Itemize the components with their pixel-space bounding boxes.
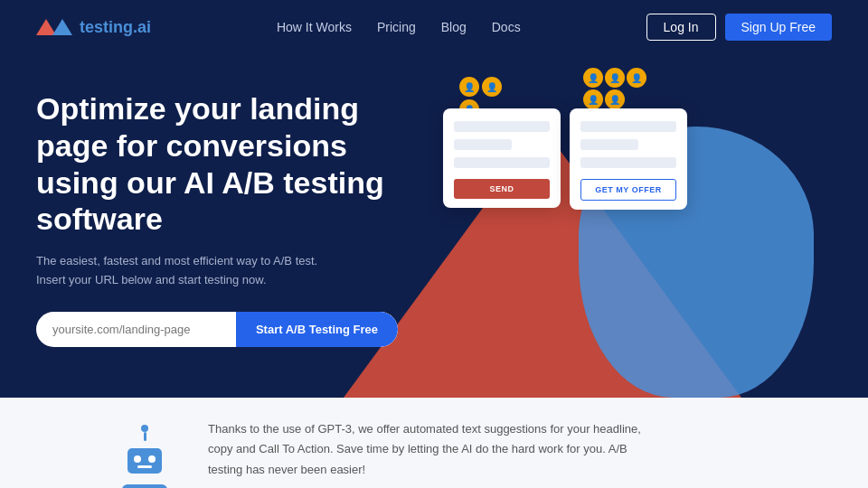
card-field xyxy=(580,157,676,168)
nav-links: How It Works Pricing Blog Docs xyxy=(277,20,521,34)
card-a-button[interactable]: SEND xyxy=(454,179,550,199)
robot-eye-left-icon xyxy=(134,455,141,463)
robot-body-icon xyxy=(122,484,167,488)
hero-text: Optimize your landing page for conversio… xyxy=(36,90,416,347)
cta-button[interactable]: Start A/B Testing Free xyxy=(236,312,398,347)
robot-antenna-top-icon xyxy=(141,425,148,432)
bottom-section: Thanks to the use of GPT-3, we offer aut… xyxy=(0,398,868,488)
card-field xyxy=(580,139,638,150)
robot-eye-right-icon xyxy=(148,455,156,463)
card-field xyxy=(454,139,512,150)
card-field xyxy=(580,121,676,132)
hero-headline: Optimize your landing page for conversio… xyxy=(36,90,416,238)
avatar-icon: 👤 xyxy=(583,68,603,88)
nav-link-pricing[interactable]: Pricing xyxy=(377,20,416,34)
card-b: GET MY OFFER xyxy=(570,108,687,210)
hero-section: Optimize your landing page for conversio… xyxy=(0,54,868,398)
avatar-icon: 👤 xyxy=(583,89,603,109)
navbar: testing.ai How It Works Pricing Blog Doc… xyxy=(0,0,868,54)
logo-text: testing.ai xyxy=(80,18,151,37)
robot-illustration xyxy=(108,425,181,488)
card-a-wrapper: 👤 👤 👤 SEND xyxy=(443,81,561,210)
nav-link-how-it-works[interactable]: How It Works xyxy=(277,20,352,34)
card-field xyxy=(454,157,550,168)
nav-buttons: Log In Sign Up Free xyxy=(646,14,832,41)
avatar-icon: 👤 xyxy=(482,77,502,97)
avatar-icon: 👤 xyxy=(605,68,625,88)
login-button[interactable]: Log In xyxy=(646,14,716,41)
logo-triangle-blue-icon xyxy=(52,19,72,35)
card-a: SEND xyxy=(443,108,561,208)
robot-antenna-icon xyxy=(144,432,146,441)
card-b-button[interactable]: GET MY OFFER xyxy=(580,179,676,201)
bottom-text-block: Thanks to the use of GPT-3, we offer aut… xyxy=(208,419,660,488)
card-field xyxy=(454,121,550,132)
nav-link-blog[interactable]: Blog xyxy=(441,20,467,34)
card-b-avatars: 👤 👤 👤 👤 👤 xyxy=(583,68,646,109)
avatar-icon: 👤 xyxy=(605,89,625,109)
avatar-icon: 👤 xyxy=(459,77,479,97)
url-form: Start A/B Testing Free xyxy=(36,312,398,347)
signup-button[interactable]: Sign Up Free xyxy=(725,14,832,41)
logo-icon xyxy=(36,19,72,35)
avatar-icon: 👤 xyxy=(627,68,646,88)
robot-head-icon xyxy=(127,448,162,474)
logo[interactable]: testing.ai xyxy=(36,18,151,37)
url-input[interactable] xyxy=(36,312,236,347)
bottom-description: Thanks to the use of GPT-3, we offer aut… xyxy=(208,419,660,479)
card-b-wrapper: 👤 👤 👤 👤 👤 GET MY OFFER xyxy=(570,81,687,210)
nav-link-docs[interactable]: Docs xyxy=(492,20,521,34)
ab-cards: 👤 👤 👤 SEND 👤 👤 👤 👤 👤 xyxy=(443,81,687,210)
hero-subtext: The easiest, fastest and most efficient … xyxy=(36,252,344,290)
